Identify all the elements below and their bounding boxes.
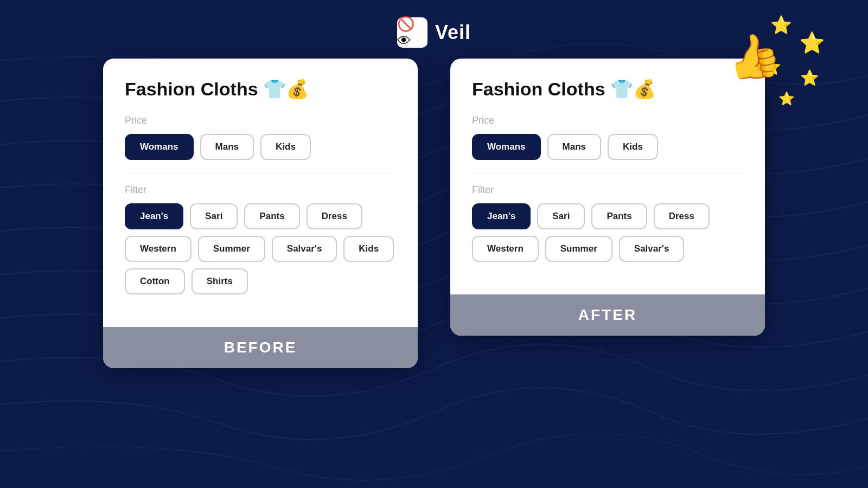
before-filter-pants[interactable]: Pants [244,203,299,229]
before-filter-buttons: Jean's Sari Pants Dress Western Summer S… [125,203,396,294]
after-price-buttons: Womans Mans Kids [472,134,743,160]
before-filter-sari[interactable]: Sari [190,203,238,229]
after-filter-salvars[interactable]: Salvar's [619,236,685,262]
before-card-content: Fashion Cloths 👕💰 Price Womans Mans Kids… [103,59,418,327]
header: 🚫👁 Veil [0,0,868,59]
before-price-buttons: Womans Mans Kids [125,134,396,160]
after-price-mans[interactable]: Mans [547,134,601,160]
after-price-womans[interactable]: Womans [472,134,541,160]
after-card: Fashion Cloths 👕💰 Price Womans Mans Kids… [450,59,765,336]
before-filter-dress[interactable]: Dress [307,203,362,229]
before-card-footer: BEFORE [103,327,418,368]
before-filter-jeans[interactable]: Jean's [125,203,183,229]
after-filter-sari[interactable]: Sari [537,203,585,229]
before-divider [125,173,396,174]
after-filter-jeans[interactable]: Jean's [472,203,531,229]
main-content: Fashion Cloths 👕💰 Price Womans Mans Kids… [0,59,868,368]
logo-icon: 🚫👁 [397,16,427,49]
after-filter-pants[interactable]: Pants [591,203,647,229]
after-filter-dress[interactable]: Dress [654,203,710,229]
before-card-title: Fashion Cloths 👕💰 [125,78,396,100]
after-price-kids[interactable]: Kids [608,134,658,160]
shirt-emoji-after: 👕💰 [610,79,656,99]
after-card-content: Fashion Cloths 👕💰 Price Womans Mans Kids… [450,59,765,294]
logo-box: 🚫👁 [397,17,427,48]
after-filter-buttons: Jean's Sari Pants Dress Western Summer S… [472,203,743,262]
before-price-womans[interactable]: Womans [125,134,194,160]
before-filter-summer[interactable]: Summer [198,236,265,262]
brand-name: Veil [435,21,471,44]
before-label: BEFORE [224,339,297,356]
before-filter-label: Filter [125,184,396,196]
after-label: AFTER [578,306,637,323]
before-price-label: Price [125,115,396,126]
after-filter-western[interactable]: Western [472,236,539,262]
shirt-emoji: 👕💰 [263,79,309,99]
after-card-title: Fashion Cloths 👕💰 [472,78,743,100]
before-filter-western[interactable]: Western [125,236,192,262]
before-filter-salvars[interactable]: Salvar's [272,236,337,262]
after-filter-label: Filter [472,184,743,196]
after-divider [472,173,743,174]
after-filter-summer[interactable]: Summer [545,236,612,262]
before-filter-kids[interactable]: Kids [343,236,394,262]
before-filter-shirts[interactable]: Shirts [192,268,248,294]
before-price-kids[interactable]: Kids [260,134,311,160]
before-filter-cotton[interactable]: Cotton [125,268,185,294]
before-card: Fashion Cloths 👕💰 Price Womans Mans Kids… [103,59,418,368]
after-card-footer: AFTER [450,294,765,336]
after-price-label: Price [472,115,743,126]
before-price-mans[interactable]: Mans [200,134,254,160]
